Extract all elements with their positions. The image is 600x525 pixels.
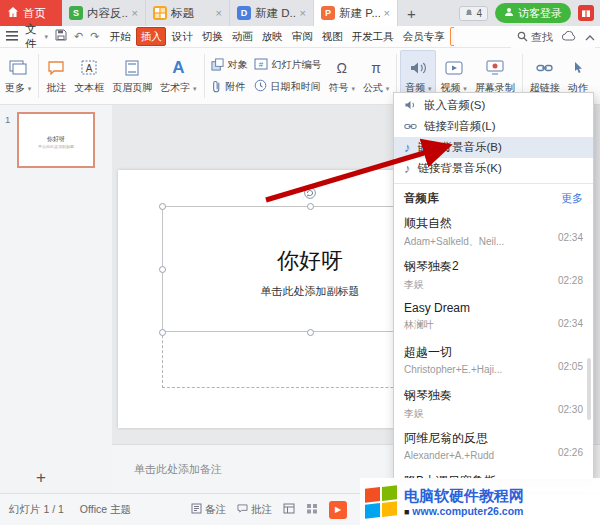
- menu-tab-member[interactable]: 会员专享: [399, 28, 448, 45]
- menu-tab-animation[interactable]: 动画: [228, 28, 256, 45]
- document-tab-presentation-active[interactable]: P 新建 P... ×: [314, 0, 398, 26]
- formula-button[interactable]: π 公式 ▾: [359, 50, 393, 102]
- track-item[interactable]: 阿维尼翁的反思 Alexander+A.+Rudd 02:26: [394, 424, 593, 467]
- chevron-down-icon: ▾: [351, 85, 355, 92]
- menu-tab-start[interactable]: 开始: [106, 28, 134, 45]
- track-artist: 李娱: [404, 407, 583, 421]
- slide-thumbnail-1[interactable]: 你好呀 单击此处添加副标题: [17, 112, 95, 168]
- document-tab-doc[interactable]: D 新建 D... ×: [230, 0, 314, 26]
- track-artist: Christopher+E.+Haji...: [404, 364, 583, 375]
- ribbon-separator: [204, 54, 205, 98]
- selection-handle[interactable]: [307, 329, 314, 336]
- header-footer-icon: [125, 58, 139, 78]
- search-button[interactable]: 查找: [517, 30, 553, 45]
- site-watermark: 电脑软硬件教程网 ■ www.computer26.com: [360, 478, 600, 525]
- collapse-ribbon-icon[interactable]: [585, 30, 595, 44]
- menubar-right-cluster: 查找: [511, 26, 595, 48]
- screen-record-icon: [486, 58, 504, 78]
- menu-item-embed-background-music[interactable]: ♪ 嵌入背景音乐(B): [394, 137, 593, 158]
- track-duration: 02:28: [558, 275, 583, 286]
- selection-handle[interactable]: [159, 203, 166, 210]
- menu-tab-review[interactable]: 审阅: [288, 28, 316, 45]
- close-tab-icon[interactable]: ×: [384, 7, 390, 19]
- menu-item-embed-audio[interactable]: 嵌入音频(S): [394, 95, 593, 116]
- cloud-sync-icon[interactable]: [562, 30, 576, 44]
- object-button[interactable]: 对象: [208, 57, 251, 74]
- track-item[interactable]: 钢琴独奏 李娱 02:30: [394, 381, 593, 424]
- save-icon[interactable]: [55, 29, 67, 44]
- slide-sorter-view-icon[interactable]: [306, 503, 318, 516]
- attachment-button[interactable]: 附件: [208, 79, 251, 96]
- slide-number: 1: [5, 114, 10, 125]
- hamburger-menu-icon[interactable]: [6, 30, 18, 44]
- close-tab-icon[interactable]: ×: [216, 7, 222, 19]
- textbox-icon: A: [81, 58, 97, 78]
- watermark-text-block: 电脑软硬件教程网 ■ www.computer26.com: [404, 487, 524, 517]
- more-layouts-button[interactable]: 更多 ▾: [1, 50, 35, 102]
- dropdown-scrollbar[interactable]: [587, 358, 591, 420]
- comment-bubble-icon: [237, 504, 248, 516]
- file-menu-button[interactable]: 文件 ▾: [25, 22, 48, 52]
- pi-formula-icon: π: [371, 58, 381, 78]
- tab-label: 标题: [171, 6, 212, 21]
- track-duration: 02:34: [558, 318, 583, 329]
- redo-icon[interactable]: ↷: [90, 30, 99, 43]
- theme-name[interactable]: Office 主题: [80, 503, 131, 517]
- header-footer-button[interactable]: 页眉页脚: [108, 50, 156, 102]
- wordart-label: 艺术字 ▾: [160, 81, 196, 95]
- menu-tab-transition[interactable]: 切换: [198, 28, 226, 45]
- close-tab-icon[interactable]: ×: [132, 7, 138, 19]
- document-tab-title[interactable]: 标题 ×: [146, 0, 230, 26]
- audio-library-header: 音频库 更多: [394, 186, 593, 209]
- notes-toggle-button[interactable]: 备注: [191, 503, 226, 517]
- track-title: 钢琴独奏: [404, 387, 583, 404]
- close-tab-icon[interactable]: ×: [300, 7, 306, 19]
- slideshow-play-button[interactable]: ▶: [329, 501, 347, 519]
- textbox-button[interactable]: A 文本框: [70, 50, 108, 102]
- object-icon: [211, 58, 224, 73]
- notification-badge[interactable]: 4: [459, 6, 488, 21]
- selection-handle[interactable]: [307, 203, 314, 210]
- menu-item-link-background-music[interactable]: ♪ 链接背景音乐(K): [394, 158, 593, 179]
- menu-tab-view[interactable]: 视图: [318, 28, 346, 45]
- track-item[interactable]: 钢琴独奏2 李娱 02:28: [394, 252, 593, 295]
- svg-text:A: A: [86, 63, 93, 74]
- datetime-label: 日期和时间: [271, 80, 321, 94]
- more-link[interactable]: 更多: [561, 191, 583, 206]
- menu-tab-drawing-tools[interactable]: 绘图工具: [450, 27, 454, 46]
- track-artist: Adam+Salkeld、Neil...: [404, 235, 583, 249]
- home-icon: [7, 6, 19, 20]
- search-icon: [517, 31, 528, 44]
- track-item[interactable]: 顺其自然 Adam+Salkeld、Neil... 02:34: [394, 209, 593, 252]
- menu-tab-design[interactable]: 设计: [168, 28, 196, 45]
- comment-label: 批注: [46, 81, 66, 95]
- symbol-button[interactable]: Ω 符号 ▾: [325, 50, 359, 102]
- add-slide-button[interactable]: +: [36, 468, 46, 488]
- guest-login-button[interactable]: 访客登录: [495, 3, 571, 23]
- menu-item-label: 嵌入背景音乐(B): [418, 140, 502, 155]
- new-tab-button[interactable]: +: [398, 0, 425, 26]
- normal-view-icon[interactable]: [283, 503, 295, 516]
- comments-toggle-button[interactable]: 批注: [237, 503, 272, 517]
- menu-item-label: 嵌入音频(S): [424, 98, 485, 113]
- undo-icon[interactable]: ↶: [74, 30, 83, 43]
- rotate-handle[interactable]: [304, 187, 316, 202]
- track-item[interactable]: 超越一切 Christopher+E.+Haji... 02:05: [394, 338, 593, 381]
- menu-item-link-audio[interactable]: 链接到音频(L): [394, 116, 593, 137]
- notes-icon: [191, 503, 202, 516]
- selection-handle[interactable]: [159, 329, 166, 336]
- comment-button[interactable]: 批注: [42, 50, 70, 102]
- promo-gift-icon[interactable]: [578, 5, 594, 21]
- menu-tab-slideshow[interactable]: 放映: [258, 28, 286, 45]
- document-tab-content[interactable]: S 内容反... ×: [62, 0, 146, 26]
- watermark-site-name: 电脑软硬件教程网: [404, 487, 524, 505]
- audio-dropdown-menu: 嵌入音频(S) 链接到音频(L) ♪ 嵌入背景音乐(B) ♪ 链接背景音乐(K)…: [393, 92, 594, 480]
- track-item[interactable]: Easy Dream 林澜叶 02:34: [394, 295, 593, 338]
- clock-icon: [254, 79, 267, 94]
- wordart-button[interactable]: A 艺术字 ▾: [156, 50, 200, 102]
- menu-tab-devtools[interactable]: 开发工具: [348, 28, 397, 45]
- slide-number-button[interactable]: # 幻灯片编号: [251, 57, 325, 73]
- track-duration: 02:30: [558, 404, 583, 415]
- menu-tab-insert[interactable]: 插入: [136, 27, 166, 46]
- datetime-button[interactable]: 日期和时间: [251, 78, 325, 95]
